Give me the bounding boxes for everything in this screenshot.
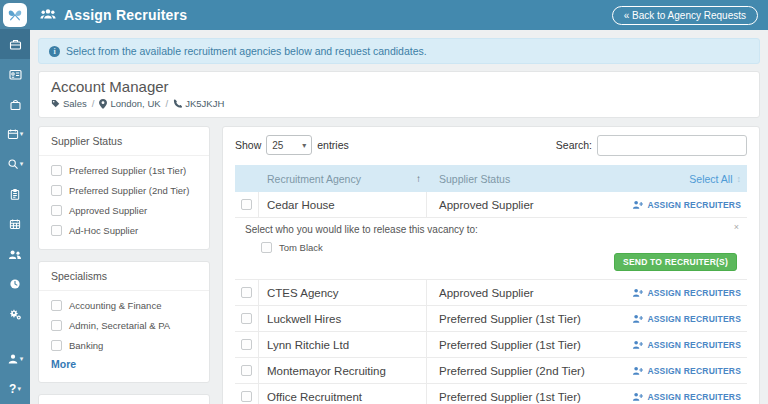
checkbox[interactable] <box>51 320 62 331</box>
calendar-grid-icon <box>9 218 21 230</box>
filter-option[interactable]: Approved Supplier <box>51 205 197 216</box>
page-size-select[interactable]: 25 ▾ <box>266 135 312 155</box>
release-vacancy-panel: × Select who you would like to release t… <box>235 218 747 280</box>
user-plus-icon <box>632 392 643 402</box>
checkbox[interactable] <box>51 300 62 311</box>
supplier-status: Preferred Supplier (1st Tier) <box>427 332 617 357</box>
clipboard-icon <box>9 188 21 201</box>
checkbox[interactable] <box>51 165 62 176</box>
tag-separator: / <box>92 98 95 109</box>
app-logo[interactable] <box>3 3 27 27</box>
search-input[interactable] <box>597 135 747 156</box>
sidebar-item-account[interactable]: ▾ <box>0 344 30 374</box>
sidebar-item-schedule[interactable] <box>0 209 30 239</box>
sidebar-item-contacts[interactable] <box>0 59 30 89</box>
info-banner-text: Select from the available recruitment ag… <box>66 45 427 57</box>
supplier-status: Preferred Supplier (1st Tier) <box>427 306 617 331</box>
table-controls: Show 25 ▾ entries Search: <box>235 133 747 157</box>
sidebar-item-candidates[interactable] <box>0 239 30 269</box>
chevron-down-icon: ▾ <box>17 385 21 393</box>
row-checkbox[interactable] <box>241 199 252 210</box>
sort-ascending-icon[interactable]: ↑ <box>416 173 427 184</box>
filter-option[interactable]: Admin, Secretarial & PA <box>51 320 197 331</box>
checkbox[interactable] <box>51 340 62 351</box>
checkbox[interactable] <box>261 242 272 253</box>
checkbox[interactable] <box>51 225 62 236</box>
table-row: Cedar House Approved Supplier ASSIGN REC… <box>235 192 747 218</box>
supplier-status: Preferred Supplier (2nd Tier) <box>427 358 617 383</box>
agencies-table-card: Show 25 ▾ entries Search: Recruitment Ag… <box>222 126 760 404</box>
filter-card-regions: Regions Covered London South East (excl … <box>38 394 210 404</box>
back-to-agency-requests-button[interactable]: « Back to Agency Requests <box>612 6 758 25</box>
close-icon[interactable]: × <box>734 223 739 232</box>
assign-recruiters-link[interactable]: ASSIGN RECRUITERS <box>632 314 741 324</box>
row-checkbox[interactable] <box>241 365 252 376</box>
column-header-status[interactable]: Supplier Status <box>427 173 617 185</box>
column-header-select-all: Select All ↕ <box>617 173 747 185</box>
supplier-status: Approved Supplier <box>427 192 617 217</box>
account-tags: Sales / London, UK / JK5JKJH <box>51 98 747 109</box>
assign-recruiters-link[interactable]: ASSIGN RECRUITERS <box>632 340 741 350</box>
table-header-row: Recruitment Agency ↑ Supplier Status Sel… <box>235 165 747 192</box>
account-manager-title: Account Manager <box>51 78 747 95</box>
send-to-recruiters-button[interactable]: SEND TO RECRUITER(S) <box>614 253 737 271</box>
column-header-agency[interactable]: Recruitment Agency ↑ <box>259 173 427 185</box>
sidebar-item-reports[interactable] <box>0 269 30 299</box>
butterfly-logo-icon <box>6 6 24 24</box>
tag-separator: / <box>166 98 169 109</box>
more-specialisms-link[interactable]: More <box>51 358 76 370</box>
content-area: i Select from the available recruitment … <box>30 30 768 404</box>
table-row: Luckwell Hires Preferred Supplier (1st T… <box>235 306 747 332</box>
checkbox[interactable] <box>51 185 62 196</box>
sidebar-item-help[interactable]: ? ▾ <box>0 374 30 404</box>
filter-option[interactable]: Preferred Supplier (2nd Tier) <box>51 185 197 196</box>
page-title: Assign Recruiters <box>64 7 187 23</box>
assign-recruiters-link[interactable]: ASSIGN RECRUITERS <box>632 392 741 402</box>
table-row: CTES Agency Approved Supplier ASSIGN REC… <box>235 280 747 306</box>
row-checkbox[interactable] <box>241 391 252 402</box>
sidebar-item-settings[interactable] <box>0 299 30 329</box>
agency-name: Lynn Ritchie Ltd <box>259 332 427 357</box>
filter-title: Regions Covered <box>39 395 209 404</box>
id-card-icon <box>9 68 22 81</box>
filter-card-specialisms: Specialisms Accounting & Finance Admin, … <box>38 261 210 383</box>
sort-icon[interactable]: ↕ <box>737 174 742 184</box>
filter-option[interactable]: Banking <box>51 340 197 351</box>
chevron-down-icon: ▾ <box>20 160 24 168</box>
row-checkbox[interactable] <box>241 339 252 350</box>
row-checkbox[interactable] <box>241 313 252 324</box>
release-prompt: Select who you would like to release thi… <box>245 224 737 235</box>
search-icon <box>7 158 19 170</box>
agency-name: Cedar House <box>259 192 427 217</box>
reference-tag: JK5JKJH <box>173 98 224 109</box>
sidebar-item-jobs[interactable] <box>0 29 30 59</box>
assign-recruiters-link[interactable]: ASSIGN RECRUITERS <box>632 200 741 210</box>
table-row: Lynn Ritchie Ltd Preferred Supplier (1st… <box>235 332 747 358</box>
agency-name: CTES Agency <box>259 280 427 305</box>
sidebar-item-tasks[interactable] <box>0 179 30 209</box>
assign-recruiters-link[interactable]: ASSIGN RECRUITERS <box>632 288 741 298</box>
filter-option[interactable]: Ad-Hoc Supplier <box>51 225 197 236</box>
calendar-icon <box>7 128 19 140</box>
row-checkbox[interactable] <box>241 287 252 298</box>
checkbox[interactable] <box>51 205 62 216</box>
sidebar-item-search-menu[interactable]: ▾ <box>0 149 30 179</box>
account-manager-card: Account Manager Sales / London, UK / <box>38 71 760 118</box>
clock-icon <box>9 278 21 290</box>
sidebar-item-vacancies[interactable] <box>0 89 30 119</box>
sidebar-item-calendar-menu[interactable]: ▾ <box>0 119 30 149</box>
info-icon: i <box>49 46 60 57</box>
filter-option[interactable]: Accounting & Finance <box>51 300 197 311</box>
recruiter-option[interactable]: Tom Black <box>261 242 737 253</box>
assign-recruiters-link[interactable]: ASSIGN RECRUITERS <box>632 366 741 376</box>
info-banner: i Select from the available recruitment … <box>38 38 760 64</box>
select-all-link[interactable]: Select All <box>689 173 732 185</box>
topbar: Assign Recruiters « Back to Agency Reque… <box>30 0 768 30</box>
filter-option[interactable]: Preferred Supplier (1st Tier) <box>51 165 197 176</box>
agency-name: Montemayor Recruiting <box>259 358 427 383</box>
recruiter-name: Tom Black <box>279 242 323 253</box>
agency-name: Office Recruitment <box>259 384 427 404</box>
filter-card-supplier-status: Supplier Status Preferred Supplier (1st … <box>38 126 210 250</box>
chevron-down-icon: ▾ <box>20 355 24 363</box>
supplier-status: Preferred Supplier (1st Tier) <box>427 384 617 404</box>
